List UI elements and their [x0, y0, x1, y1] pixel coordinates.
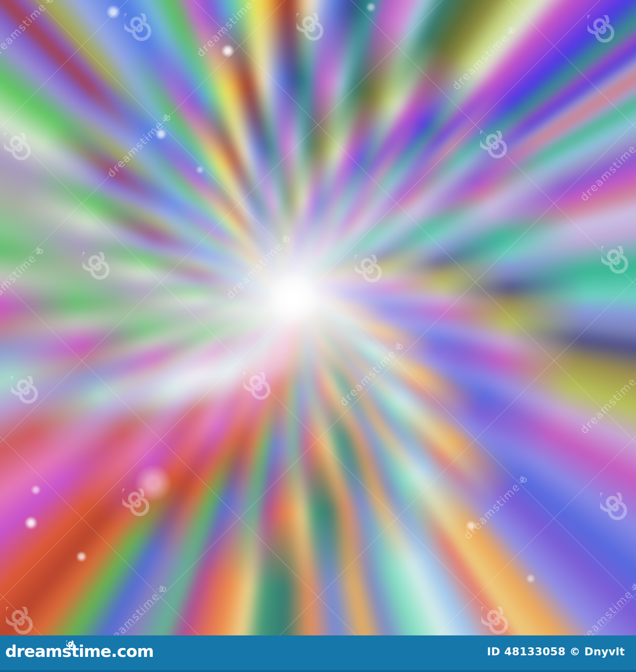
center-glow-core	[0, 0, 636, 672]
dreamstime-logo-spiral-icon	[66, 637, 76, 646]
dreamstime-logo: dreamstime.com	[5, 643, 153, 660]
image-credit-label: ID 48133058 © Dnyvlt	[487, 645, 625, 658]
stock-photo-preview: dreamstimedreamstimedreamstimedreamstime…	[0, 0, 636, 672]
dreamstime-spiral-icon	[66, 641, 76, 650]
dreamstime-logo-text: dreamstime.com	[5, 642, 153, 661]
footer-bar: dreamstime.com ID 48133058 © Dnyvlt	[0, 635, 636, 672]
